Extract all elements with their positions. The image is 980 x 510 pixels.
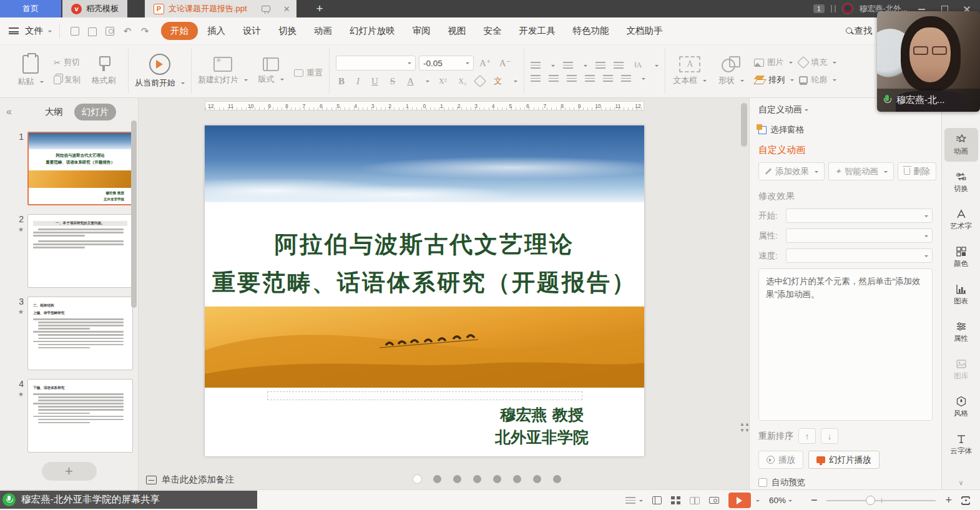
previous-slide-button[interactable]: ▲▲ [740, 423, 748, 426]
tab-outline[interactable]: 大纲 [37, 104, 71, 120]
slide-thumbnail-3[interactable]: 二、框架结构 上编、诗学范畴研究 [27, 297, 133, 370]
textbox-button[interactable]: A 文本框 [672, 56, 708, 86]
zoom-slider-knob[interactable] [866, 496, 875, 505]
find-button[interactable]: 查找 [846, 25, 873, 37]
sidebar-item-chart[interactable]: 图表 [944, 278, 978, 311]
line-spacing-icon[interactable] [621, 75, 631, 82]
ribbon-tab[interactable]: 设计 [235, 22, 269, 39]
normal-view-button[interactable] [652, 496, 662, 504]
italic-button[interactable]: I [354, 76, 362, 87]
ribbon-tab[interactable]: 文档助手 [619, 22, 671, 39]
ribbon-tab[interactable]: 开始 [161, 22, 198, 40]
justify-icon[interactable] [585, 75, 595, 82]
webcam-overlay[interactable]: 穆宏燕-北... [877, 11, 980, 112]
sidebar-item-gallery[interactable]: 图库 [944, 353, 978, 386]
tab-home[interactable]: 首页 [0, 0, 61, 17]
notes-bar[interactable]: 单击此处添加备注 [146, 474, 234, 486]
fill-button[interactable]: 填充 [799, 57, 836, 68]
slide-canvas[interactable]: 阿拉伯与波斯古代文艺理论 重要范畴、话语体系研究（开题报告） [205, 125, 644, 456]
strikethrough-button[interactable]: S [388, 76, 398, 87]
property-select[interactable] [786, 228, 933, 243]
align-left-icon[interactable] [531, 75, 541, 82]
new-tab-button[interactable]: + [306, 0, 333, 17]
message-count-badge[interactable]: 1 [813, 4, 825, 13]
paste-button[interactable]: 粘贴 [12, 55, 49, 87]
shapes-button[interactable]: 形状 [713, 56, 749, 86]
slide-dot[interactable] [433, 475, 441, 483]
bold-button[interactable]: B [336, 76, 347, 87]
format-painter-button[interactable]: 格式刷 [86, 56, 122, 86]
present-mode-icon[interactable] [262, 6, 270, 12]
slide-thumbnail-2[interactable]: 一、本子项目研究的主要问题。 [27, 214, 133, 288]
slide-dot[interactable] [413, 475, 421, 483]
pinyin-guide-button[interactable]: 文 [491, 76, 504, 87]
reading-view-button[interactable] [690, 497, 700, 504]
sidebar-more-icon[interactable]: ∨ [942, 479, 980, 487]
tab-slides[interactable]: 幻灯片 [74, 104, 117, 120]
align-right-icon[interactable] [567, 75, 577, 82]
sidebar-item-transition[interactable]: 切换 [944, 165, 978, 199]
ribbon-tab[interactable]: 切换 [270, 22, 305, 39]
smart-animation-button[interactable]: ✦智能动画 [828, 162, 894, 180]
speed-select[interactable] [786, 248, 933, 263]
slide-thumbnail-1[interactable]: 阿拉伯与波斯古代文艺理论重要范畴、话语体系研究（开题报告） 穆宏燕 教授北外亚非… [27, 132, 133, 205]
slideshow-play-button[interactable]: 幻灯片播放 [808, 451, 880, 469]
user-avatar[interactable] [842, 3, 853, 14]
slide-dot[interactable] [473, 475, 481, 483]
slide-dot[interactable] [553, 475, 561, 483]
font-name-select[interactable] [336, 56, 416, 71]
sidebar-item-cloud-fonts[interactable]: 云字体 [944, 428, 978, 461]
fit-screen-button[interactable] [961, 496, 970, 505]
arrange-button[interactable]: 排列 [754, 74, 794, 86]
tab-document[interactable]: P 文论课题开题报告.ppt ✕ [145, 0, 296, 17]
increase-font-button[interactable]: A⁺ [477, 57, 494, 69]
selection-pane-button[interactable]: 选择窗格 [758, 124, 933, 135]
move-up-button[interactable]: ↑ [798, 428, 816, 444]
redo-button[interactable]: ↷ [137, 24, 152, 38]
ribbon-tab[interactable]: 动画 [306, 22, 340, 39]
zoom-slider[interactable] [826, 500, 936, 501]
cut-button[interactable]: ✂剪切 [54, 57, 81, 68]
increase-indent-icon[interactable] [614, 62, 624, 69]
distribute-icon[interactable] [603, 75, 613, 82]
font-color-button[interactable]: A [404, 76, 416, 87]
ribbon-tab[interactable]: 特色功能 [565, 22, 617, 39]
auto-preview-row[interactable]: 自动预览 [758, 477, 933, 488]
sidebar-item-style[interactable]: 风格 [944, 390, 978, 424]
sidebar-item-colors[interactable]: 颜色 [944, 240, 978, 274]
picture-button[interactable]: 图片 [754, 57, 794, 68]
play-from-current-button[interactable]: 从当前开始 [135, 54, 185, 89]
collapse-panel-button[interactable]: « [6, 106, 12, 117]
slide-title[interactable]: 阿拉伯与波斯古代文艺理论 重要范畴、话语体系研究（开题报告） [205, 225, 644, 302]
left-panel-scrollbar[interactable] [131, 120, 137, 308]
ribbon-tab[interactable]: 视图 [440, 22, 474, 39]
new-slide-button[interactable]: 新建幻灯片 [198, 57, 248, 86]
clear-format-icon[interactable] [474, 75, 486, 87]
slide-sorter-view-button[interactable] [671, 496, 680, 504]
sidebar-item-animation[interactable]: 动画 [944, 128, 978, 162]
zoom-plus-button[interactable]: + [945, 494, 952, 507]
align-center-icon[interactable] [549, 75, 559, 82]
zoom-level[interactable]: 60% [769, 496, 792, 505]
copy-button[interactable]: 复制 [54, 74, 81, 86]
slide-author[interactable]: 穆宏燕 教授 北外亚非学院 [454, 404, 629, 449]
hamburger-icon[interactable] [9, 27, 19, 34]
layout-button[interactable]: 版式 [253, 57, 289, 85]
superscript-button[interactable]: X² [436, 77, 449, 86]
text-direction-button[interactable]: ‖A [632, 61, 644, 70]
slide-dot[interactable] [513, 475, 521, 483]
ribbon-tab[interactable]: 插入 [199, 22, 233, 39]
slide-dot[interactable] [533, 475, 541, 483]
move-down-button[interactable]: ↓ [821, 428, 838, 444]
ribbon-tab[interactable]: 审阅 [404, 22, 439, 39]
undo-button[interactable]: ↶ [120, 24, 135, 38]
add-effect-button[interactable]: 添加效果 [758, 162, 825, 180]
font-size-select[interactable]: -0.05 [419, 56, 474, 71]
bullet-list-icon[interactable] [531, 62, 541, 69]
print-preview-button[interactable] [102, 24, 117, 38]
save-button[interactable] [67, 24, 82, 38]
slide-dot[interactable] [493, 475, 501, 483]
next-slide-button[interactable]: ▼▼ [740, 429, 748, 433]
ribbon-tab[interactable]: 安全 [476, 22, 510, 39]
notes-toggle-button[interactable] [625, 497, 643, 504]
